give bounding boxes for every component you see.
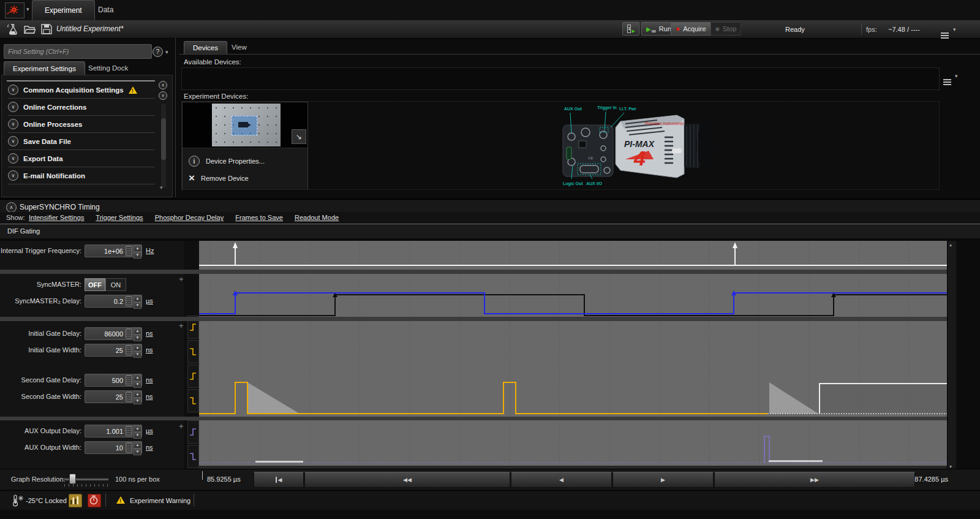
page-right-button[interactable]: ▶▶ (714, 472, 915, 488)
app-menu-caret-icon[interactable]: ▾ (26, 6, 29, 12)
toolbar-menu-button[interactable]: ▾ (941, 26, 956, 35)
available-devices-list[interactable] (181, 67, 940, 90)
unit-link[interactable]: ns (146, 376, 153, 384)
second-gate-width-input[interactable]: 25 ▲ ▼ (85, 390, 142, 403)
aux-falling-edge-button[interactable] (187, 445, 199, 468)
spin-up-icon[interactable]: ▲ (134, 328, 141, 335)
syncmaster2-delay-input[interactable]: 0.2 ▲ ▼ (85, 295, 142, 308)
timer-icon[interactable] (88, 494, 101, 507)
scrollbar-thumb[interactable] (161, 118, 166, 160)
spin-down-icon[interactable]: ▼ (134, 302, 141, 309)
unit-link[interactable]: ns (146, 444, 153, 451)
aux-output-width-input[interactable]: 10 ▲ ▼ (85, 441, 142, 454)
unit-link[interactable]: µs (146, 427, 153, 434)
timing-graph-area[interactable] (199, 241, 947, 471)
syncmaster-off-button[interactable]: OFF (85, 278, 105, 291)
collapse-all-button[interactable]: ∧ (159, 81, 167, 89)
resolution-slider-thumb[interactable] (69, 474, 76, 484)
device-card[interactable]: ↘ i Device Properties... × Remove Device (182, 102, 308, 189)
help-caret-icon[interactable]: ▾ (165, 49, 168, 55)
drag-handle-icon[interactable] (126, 375, 132, 385)
aux-rising-edge-button[interactable] (187, 420, 199, 444)
new-experiment-icon[interactable] (6, 23, 18, 35)
spinner[interactable]: ▲ ▼ (134, 245, 141, 257)
spinner[interactable]: ▲ ▼ (134, 442, 141, 453)
search-input[interactable] (4, 44, 152, 59)
accordion-save-data-file[interactable]: ∨ Save Data File (8, 133, 155, 150)
spinner[interactable]: ▲ ▼ (134, 328, 141, 339)
initial-gate-falling-edge-button[interactable] (187, 340, 199, 363)
unit-link[interactable]: Hz (146, 247, 154, 254)
remove-device-item[interactable]: × Remove Device (189, 170, 303, 186)
step-right-button[interactable]: ▶ (612, 472, 714, 488)
unit-link[interactable]: ns (146, 330, 153, 337)
link-phosphor-decay-delay[interactable]: Phosphor Decay Delay (155, 214, 224, 221)
spin-down-icon[interactable]: ▼ (134, 398, 141, 404)
stop-button[interactable]: ■ Stop (710, 22, 741, 36)
tab-view[interactable]: View (223, 41, 255, 54)
link-frames-to-save[interactable]: Frames to Save (235, 214, 283, 221)
settings-scrollbar[interactable] (161, 104, 166, 188)
timing-graph[interactable] (199, 241, 947, 471)
accordion-online-corrections[interactable]: ∨ Online Corrections (8, 99, 155, 116)
device-thumbnail[interactable]: ↘ (183, 102, 307, 148)
second-gate-rising-edge-button[interactable] (187, 365, 199, 388)
aux-output-delay-input[interactable]: 1.001 ▲ ▼ (85, 425, 142, 438)
spinner[interactable]: ▲ ▼ (134, 374, 141, 386)
accordion-email-notification[interactable]: ∨ E-mail Notification (8, 167, 155, 184)
add-gate-setting-button[interactable]: + (179, 322, 186, 330)
tab-setting-dock[interactable]: Setting Dock (80, 61, 137, 75)
spin-down-icon[interactable]: ▼ (134, 381, 141, 388)
unit-link[interactable]: ns (146, 393, 153, 400)
initial-gate-delay-input[interactable]: 86000 ▲ ▼ (85, 327, 142, 340)
experiment-warning-label[interactable]: Experiment Warning (130, 497, 190, 504)
skip-to-start-button[interactable]: ◀ (254, 472, 304, 488)
spin-up-icon[interactable]: ▲ (134, 391, 141, 398)
spinner[interactable]: ▲ ▼ (134, 391, 141, 403)
spin-up-icon[interactable]: ▲ (134, 344, 141, 351)
preview-button[interactable]: 1 ▶ (622, 22, 639, 36)
drag-handle-icon[interactable] (126, 442, 132, 453)
spin-up-icon[interactable]: ▲ (134, 245, 141, 252)
drag-handle-icon[interactable] (126, 345, 132, 355)
drag-handle-icon[interactable] (126, 328, 132, 339)
drag-handle-icon[interactable] (126, 392, 132, 402)
syncmaster-on-button[interactable]: ON (105, 278, 126, 291)
expand-all-button[interactable]: ∨ (159, 91, 167, 100)
tab-data[interactable]: Data (86, 0, 126, 20)
drag-handle-icon[interactable] (126, 426, 132, 436)
page-left-button[interactable]: ◀◀ (304, 472, 510, 488)
add-aux-setting-button[interactable]: + (179, 423, 186, 430)
spinner[interactable]: ▲ ▼ (134, 344, 141, 356)
acquire-button[interactable]: ● Acquire (671, 22, 711, 36)
spin-up-icon[interactable]: ▲ (134, 442, 141, 449)
section-collapse-icon[interactable]: ∧ (6, 202, 17, 213)
initial-gate-width-input[interactable]: 25 ▲ ▼ (85, 344, 142, 357)
scroll-down-icon[interactable]: ▾ (160, 184, 163, 191)
spin-up-icon[interactable]: ▲ (134, 374, 141, 381)
expand-device-button[interactable]: ↘ (292, 129, 306, 144)
spin-up-icon[interactable]: ▲ (134, 295, 141, 302)
tab-experiment-settings[interactable]: Experiment Settings (4, 61, 85, 75)
spinner[interactable]: ▲ ▼ (134, 295, 141, 307)
available-devices-menu-button[interactable]: ▾ (943, 73, 958, 81)
app-logo-button[interactable] (5, 2, 24, 18)
second-gate-falling-edge-button[interactable] (187, 389, 199, 412)
step-left-button[interactable]: ◀ (511, 472, 612, 488)
drag-handle-icon[interactable] (126, 246, 132, 256)
spin-down-icon[interactable]: ▼ (134, 351, 141, 358)
accordion-online-processes[interactable]: ∨ Online Processes (8, 116, 155, 133)
tab-devices[interactable]: Devices (184, 41, 227, 55)
save-experiment-icon[interactable] (40, 23, 53, 35)
internal-trigger-frequency-input[interactable]: 1e+06 ▲ ▼ (85, 244, 142, 257)
accordion-export-data[interactable]: ∨ Export Data (8, 150, 155, 167)
scroll-up-icon[interactable]: ▴ (949, 242, 952, 248)
graph-vertical-scrollbar[interactable]: ▴ ▾ (947, 241, 956, 471)
spin-down-icon[interactable]: ▼ (134, 335, 141, 341)
unit-link[interactable]: µs (146, 297, 153, 305)
link-readout-mode[interactable]: Readout Mode (295, 214, 339, 221)
add-syncmaster-setting-button[interactable]: + (179, 276, 186, 283)
histogram-icon[interactable] (69, 494, 82, 507)
second-gate-delay-input[interactable]: 500 ▲ ▼ (85, 374, 142, 387)
accordion-common-acquisition-settings[interactable]: ∨ Common Acquisition Settings ! (8, 81, 155, 99)
